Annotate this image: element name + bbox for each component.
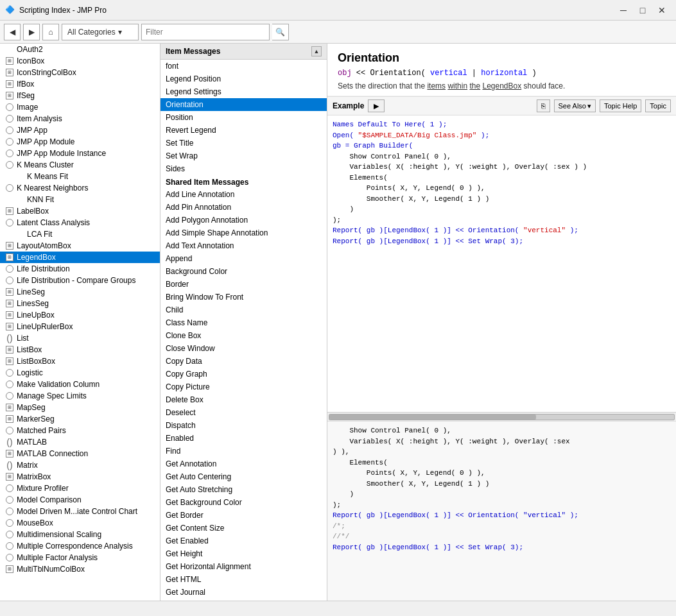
left-panel-item-multitblnumcolbox[interactable]: ⊞MultiTblNumColBox — [0, 563, 160, 575]
home-button[interactable]: ⌂ — [42, 24, 59, 40]
left-panel-item-make-validation-column[interactable]: Make Validation Column — [0, 379, 160, 390]
middle-item-get-auto-stretching[interactable]: Get Auto Stretching — [160, 483, 327, 496]
topic-help-button[interactable]: Topic Help — [600, 99, 641, 112]
left-panel-item-legendbox[interactable]: ⊞LegendBox — [0, 252, 160, 263]
left-panel-item-mixture-profiler[interactable]: Mixture Profiler — [0, 483, 160, 494]
category-dropdown[interactable]: All Categories ▾ — [62, 24, 139, 40]
middle-item-get-auto-centering[interactable]: Get Auto Centering — [160, 470, 327, 483]
middle-item-get-enabled[interactable]: Get Enabled — [160, 535, 327, 547]
left-panel-item-multiple-correspondence[interactable]: Multiple Correspondence Analysis — [0, 540, 160, 552]
middle-item-set-title[interactable]: Set Title — [160, 137, 327, 150]
middle-item-add-polygon-annotation[interactable]: Add Polygon Annotation — [160, 214, 327, 227]
middle-item-deselect[interactable]: Deselect — [160, 406, 327, 419]
collapse-button[interactable]: ▲ — [311, 46, 322, 56]
left-panel-item-item-analysis[interactable]: Item Analysis — [0, 113, 160, 124]
code-area-top[interactable]: Names Default To Here( 1 );Open( "$SAMPL… — [327, 116, 676, 412]
forward-button[interactable]: ▶ — [23, 24, 40, 40]
left-panel-item-multidimensional-scaling[interactable]: Multidimensional Scaling — [0, 529, 160, 540]
middle-item-border[interactable]: Border — [160, 278, 327, 291]
left-panel-item-iconstringcolbox[interactable]: ⊞IconStringColBox — [0, 67, 160, 78]
left-panel-item-oauth2[interactable]: OAuth2 — [0, 44, 160, 55]
minimize-button[interactable]: ─ — [614, 3, 632, 17]
left-panel-item-matrixbox[interactable]: ⊞MatrixBox — [0, 471, 160, 483]
middle-item-copy-data[interactable]: Copy Data — [160, 355, 327, 368]
copy-button[interactable]: ⎘ — [537, 99, 550, 112]
back-button[interactable]: ◀ — [4, 24, 21, 40]
middle-item-dispatch[interactable]: Dispatch — [160, 419, 327, 432]
left-panel-item-jmp-app-module[interactable]: JMP App Module — [0, 136, 160, 148]
left-panel-item-ifbox[interactable]: ⊞IfBox — [0, 78, 160, 90]
left-panel-item-lineseg[interactable]: ⊞LineSeg — [0, 286, 160, 298]
left-panel-item-model-comparison[interactable]: Model Comparison — [0, 494, 160, 506]
left-panel-item-lineupbox[interactable]: ⊞LineUpBox — [0, 309, 160, 321]
left-panel-item-layoutatombox[interactable]: ⊞LayoutAtomBox — [0, 240, 160, 252]
middle-item-font[interactable]: font — [160, 60, 327, 73]
left-panel-item-listboxbox[interactable]: ⊞ListBoxBox — [0, 355, 160, 367]
middle-item-delete-box[interactable]: Delete Box — [160, 393, 327, 406]
left-panel-item-matched-pairs[interactable]: Matched Pairs — [0, 425, 160, 436]
middle-item-add-pin-annotation[interactable]: Add Pin Annotation — [160, 201, 327, 214]
middle-item-enabled[interactable]: Enabled — [160, 432, 327, 445]
left-panel-item-listbox[interactable]: ⊞ListBox — [0, 344, 160, 355]
see-also-button[interactable]: See Also ▾ — [554, 99, 596, 112]
close-button[interactable]: ✕ — [653, 3, 671, 17]
middle-item-get-journal[interactable]: Get Journal — [160, 586, 327, 599]
run-example-button[interactable]: ▶ — [368, 99, 385, 112]
middle-item-copy-picture[interactable]: Copy Picture — [160, 381, 327, 393]
middle-item-get-border[interactable]: Get Border — [160, 509, 327, 522]
middle-item-get-html[interactable]: Get HTML — [160, 573, 327, 586]
middle-item-get-horizontal-alignment[interactable]: Get Horizontal Alignment — [160, 560, 327, 573]
middle-item-revert-legend[interactable]: Revert Legend — [160, 124, 327, 137]
middle-item-orientation[interactable]: Orientation — [160, 98, 327, 111]
middle-item-add-simple-shape-annotation[interactable]: Add Simple Shape Annotation — [160, 227, 327, 239]
middle-item-get-content-size[interactable]: Get Content Size — [160, 522, 327, 535]
middle-item-clone-box[interactable]: Clone Box — [160, 329, 327, 342]
left-panel-item-k-means-cluster[interactable]: K Means Cluster — [0, 159, 160, 171]
left-panel-item-matlab[interactable]: ()MATLAB — [0, 436, 160, 448]
left-panel-item-jmp-app-module-instance[interactable]: JMP App Module Instance — [0, 148, 160, 159]
left-panel-item-lineuprullerbox[interactable]: ⊞LineUpRulerBox — [0, 321, 160, 332]
middle-item-set-wrap[interactable]: Set Wrap — [160, 150, 327, 162]
left-panel-item-latent-class-analysis[interactable]: Latent Class Analysis — [0, 217, 160, 228]
middle-item-close-window[interactable]: Close Window — [160, 342, 327, 355]
middle-item-position[interactable]: Position — [160, 111, 327, 124]
middle-item-get-annotation[interactable]: Get Annotation — [160, 458, 327, 470]
left-panel-item-linessseg[interactable]: ⊞LinesSeg — [0, 298, 160, 309]
left-panel-item-k-nearest-neighbors[interactable]: K Nearest Neighbors — [0, 182, 160, 194]
left-panel-item-iconbox[interactable]: ⊞IconBox — [0, 55, 160, 67]
left-panel-item-multiple-factor[interactable]: Multiple Factor Analysis — [0, 552, 160, 563]
left-panel-item-manage-spec-limits[interactable]: Manage Spec Limits — [0, 390, 160, 402]
left-panel-item-life-dist-compare[interactable]: Life Distribution - Compare Groups — [0, 275, 160, 286]
middle-item-legend-settings[interactable]: Legend Settings — [160, 85, 327, 98]
left-panel-item-model-driven[interactable]: Model Driven M...iate Control Chart — [0, 506, 160, 517]
left-panel-item-labelbox[interactable]: ⊞LabelBox — [0, 205, 160, 217]
middle-item-append[interactable]: Append — [160, 252, 327, 265]
middle-item-get-height[interactable]: Get Height — [160, 547, 327, 560]
middle-item-add-line-annotation[interactable]: Add Line Annotation — [160, 188, 327, 201]
code-area-bottom[interactable]: Show Control Panel( 0 ), Variables( X( :… — [327, 421, 676, 601]
middle-item-get-background-color[interactable]: Get Background Color — [160, 496, 327, 509]
left-panel-item-list[interactable]: ()List — [0, 332, 160, 344]
middle-item-find[interactable]: Find — [160, 445, 327, 458]
middle-item-legend-position[interactable]: Legend Position — [160, 73, 327, 85]
maximize-button[interactable]: □ — [634, 3, 652, 17]
left-panel-item-ifseg[interactable]: ⊞IfSeg — [0, 90, 160, 101]
left-panel-item-jmp-app[interactable]: JMP App — [0, 124, 160, 136]
left-panel-item-image[interactable]: Image — [0, 101, 160, 113]
middle-item-class-name[interactable]: Class Name — [160, 316, 327, 329]
middle-item-sides[interactable]: Sides — [160, 162, 327, 175]
middle-item-copy-graph[interactable]: Copy Graph — [160, 368, 327, 381]
topic-button[interactable]: Topic — [645, 99, 671, 112]
horizontal-scrollbar[interactable] — [327, 412, 676, 421]
left-panel-item-markerseg[interactable]: ⊞MarkerSeg — [0, 413, 160, 425]
search-button[interactable]: 🔍 — [272, 24, 289, 40]
left-panel-item-logistic[interactable]: Logistic — [0, 367, 160, 379]
filter-input[interactable] — [141, 24, 270, 40]
left-panel-item-mousebox[interactable]: MouseBox — [0, 517, 160, 529]
middle-item-background-color[interactable]: Background Color — [160, 265, 327, 278]
middle-item-add-text-annotation[interactable]: Add Text Annotation — [160, 239, 327, 252]
left-panel-item-life-distribution[interactable]: Life Distribution — [0, 263, 160, 275]
left-panel-item-mapseg[interactable]: ⊞MapSeg — [0, 402, 160, 413]
left-panel-item-matlab-connection[interactable]: ⊞MATLAB Connection — [0, 448, 160, 459]
left-panel-item-knn-fit[interactable]: KNN Fit — [0, 194, 160, 205]
